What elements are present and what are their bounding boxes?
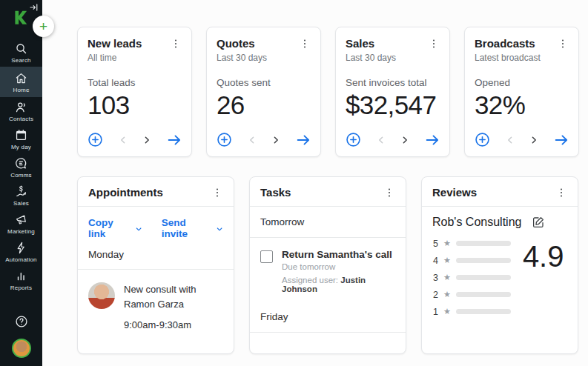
collapse-sidebar-icon[interactable] — [29, 2, 39, 13]
task-assigned-label: Assigned user: — [282, 276, 338, 285]
stat-card-sales: Sales Last 30 days Sent invoices total $… — [335, 27, 450, 157]
sidebar-item-label: Comms — [10, 172, 32, 179]
rating-star-count: 4 — [432, 256, 438, 266]
sidebar-item-automation[interactable]: Automation — [0, 238, 42, 266]
chevron-left-icon[interactable] — [247, 135, 257, 145]
edit-icon[interactable] — [532, 216, 545, 229]
sidebar-item-label: Sales — [13, 200, 29, 207]
stat-metric-label: Opened — [475, 77, 569, 88]
sidebar-item-label: Reports — [10, 285, 32, 291]
add-circle-icon[interactable] — [474, 131, 491, 148]
sidebar-item-reports[interactable]: Reports — [0, 266, 42, 294]
kebab-menu-icon[interactable] — [299, 38, 311, 50]
sidebar-item-my-day[interactable]: My day — [0, 125, 42, 153]
appointments-actions: Copy link Send invite — [78, 207, 234, 244]
send-invite-label: Send invite — [162, 217, 211, 239]
bar-chart-icon — [14, 269, 28, 283]
stat-card-controls — [87, 131, 182, 148]
stat-card-controls — [474, 131, 569, 148]
rating-star-count: 3 — [432, 273, 438, 283]
sidebar-nav: Search Home Contacts My day Comms Sales — [0, 39, 42, 294]
stat-card-title: Quotes — [217, 37, 255, 50]
rating-star-count: 5 — [432, 239, 438, 249]
stat-metric-value: 32% — [475, 90, 569, 120]
task-item: Return Samantha's call Due tomorrow Assi… — [250, 238, 406, 302]
chevron-left-icon[interactable] — [505, 135, 515, 145]
sidebar-item-label: Marketing — [7, 228, 35, 235]
help-icon[interactable] — [14, 314, 29, 329]
star-icon: ★ — [443, 290, 451, 299]
sidebar-item-contacts[interactable]: Contacts — [0, 97, 42, 125]
copy-link-dropdown[interactable]: Copy link — [88, 217, 142, 239]
chevron-left-icon[interactable] — [118, 135, 128, 145]
sidebar-item-home[interactable]: Home — [0, 67, 42, 97]
task-checkbox[interactable] — [260, 250, 273, 263]
home-icon — [14, 71, 28, 85]
stat-card-subtitle: Latest broadcast — [475, 53, 569, 63]
arrow-right-icon[interactable] — [295, 132, 311, 148]
quick-add-button[interactable]: + — [33, 16, 54, 37]
rating-bar-track — [456, 292, 511, 297]
star-icon: ★ — [443, 239, 451, 247]
task-title[interactable]: Return Samantha's call — [282, 249, 395, 260]
reviews-card: Reviews Rob's Consulting — [421, 176, 578, 354]
rating-star-count: 2 — [432, 290, 438, 300]
sidebar-item-marketing[interactable]: Marketing — [0, 210, 42, 238]
sidebar-item-search[interactable]: Search — [0, 39, 42, 67]
keap-logo[interactable] — [11, 7, 30, 28]
tasks-section-label: Tomorrow — [250, 207, 406, 238]
chevron-left-icon[interactable] — [376, 135, 386, 145]
chevron-right-icon[interactable] — [529, 135, 539, 145]
appointments-day-label: Monday — [78, 244, 234, 270]
stat-metric-value: $32,547 — [346, 90, 440, 120]
chevron-right-icon[interactable] — [142, 135, 152, 145]
stat-card-subtitle: Last 30 days — [217, 53, 311, 63]
chevron-down-icon — [135, 224, 142, 233]
kebab-menu-icon[interactable] — [170, 38, 182, 50]
tasks-section-label: Friday — [250, 302, 406, 333]
average-rating: 4.9 — [523, 242, 564, 271]
kebab-menu-icon[interactable] — [555, 187, 567, 199]
stat-card-controls — [345, 131, 440, 148]
chevron-right-icon[interactable] — [271, 135, 281, 145]
sidebar-item-comms[interactable]: Comms — [0, 153, 42, 182]
sidebar-item-sales[interactable]: Sales — [0, 182, 42, 210]
stat-card-subtitle: Last 30 days — [346, 53, 440, 63]
rating-bar-track — [456, 275, 511, 280]
calendar-icon — [14, 128, 28, 142]
arrow-right-icon[interactable] — [166, 132, 182, 148]
appointment-item[interactable]: New consult with Ramon Garza 9:00am-9:30… — [78, 270, 234, 343]
business-name: Rob's Consulting — [432, 216, 521, 229]
chevron-right-icon[interactable] — [400, 135, 410, 145]
kebab-menu-icon[interactable] — [428, 38, 440, 50]
stat-metric-value: 103 — [87, 90, 182, 120]
rating-row: 1 ★ — [432, 307, 511, 316]
user-avatar[interactable] — [12, 339, 31, 358]
appointment-title: New consult with Ramon Garza — [124, 282, 229, 311]
add-circle-icon[interactable] — [345, 131, 362, 148]
stat-card-quotes: Quotes Last 30 days Quotes sent 26 — [206, 27, 321, 157]
stat-card-title: New leads — [87, 37, 142, 50]
add-circle-icon[interactable] — [216, 131, 233, 148]
arrow-right-icon[interactable] — [553, 132, 569, 148]
megaphone-icon — [14, 213, 28, 227]
send-invite-dropdown[interactable]: Send invite — [162, 217, 223, 239]
sidebar-item-label: Home — [13, 87, 29, 93]
sidebar-item-label: My day — [11, 144, 31, 150]
stat-metric-label: Total leads — [87, 77, 182, 88]
lightning-icon — [14, 241, 28, 255]
stat-card-title: Sales — [346, 37, 374, 50]
sidebar-item-label: Automation — [5, 256, 36, 263]
appointments-card: Appointments Copy link Send invite — [77, 176, 234, 354]
rating-row: 3 ★ — [432, 273, 511, 282]
kebab-menu-icon[interactable] — [383, 187, 395, 199]
add-circle-icon[interactable] — [87, 131, 104, 148]
tasks-title: Tasks — [260, 186, 291, 199]
chevron-down-icon — [216, 224, 223, 233]
stat-metric-label: Quotes sent — [217, 77, 311, 88]
kebab-menu-icon[interactable] — [211, 187, 223, 199]
star-icon: ★ — [443, 307, 451, 316]
arrow-right-icon[interactable] — [424, 132, 440, 148]
kebab-menu-icon[interactable] — [557, 38, 569, 50]
business-row: Rob's Consulting — [432, 216, 567, 229]
